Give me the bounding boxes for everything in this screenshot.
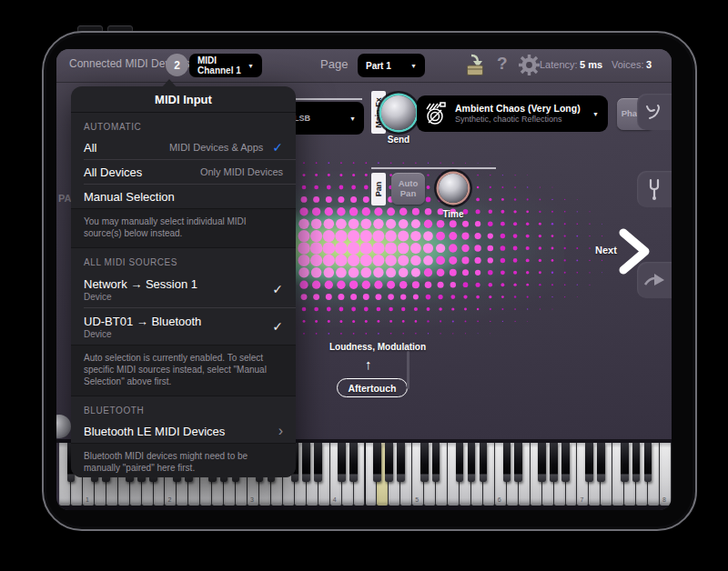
piano-key-black[interactable] [538,443,546,482]
help-button[interactable]: ? [497,54,508,74]
keyboard-bottom-strip [56,506,672,510]
send-knob[interactable] [381,95,416,130]
piano-key-black[interactable] [385,443,393,482]
checkmark-icon: ✓ [272,319,283,334]
octave-label: 1 [86,496,89,503]
octave-label: 8 [662,496,666,503]
send-knob-label: Send [377,135,420,145]
fx-preset-dropdown[interactable]: Ambient Chaos (Very Long) Synthetic, cha… [417,95,608,132]
aftertouch-target-label: Loudness, Modulation [318,342,437,352]
time-knob[interactable] [439,174,468,203]
automatic-help-text: You may manually select individual MIDI … [71,208,296,248]
octave-label: 3 [250,496,254,503]
menu-item-label: All [84,141,96,155]
chevron-right-icon: › [278,426,283,436]
tuning-panel-tab[interactable] [637,171,672,207]
checkmark-icon: ✓ [272,140,283,155]
checkmark-icon: ✓ [272,282,283,296]
menu-item-all[interactable]: All MIDI Devices & Apps ✓ [71,135,296,159]
yj-logo-icon [643,101,665,123]
piano-key-black[interactable] [585,443,593,482]
logo-panel-tab[interactable] [637,94,672,130]
piano-key-black[interactable] [349,443,358,482]
hidden-left-knob [56,415,71,438]
page-dropdown[interactable]: Part 1 ▼ [358,54,425,77]
menu-item-bluetooth-le-devices[interactable]: Bluetooth LE MIDI Devices › [71,419,296,443]
pan-label: Pan [374,182,383,197]
aftertouch-pill: Aftertouch [337,378,408,397]
hidden-lsb-label: LSB [294,114,310,123]
voices-value: 3 [646,59,652,70]
piano-key-black[interactable] [456,443,464,482]
auto-pan-button[interactable]: Auto Pan [391,173,425,205]
next-chevron-button[interactable] [617,228,653,275]
app-screen: LSB ▼ PA Connected MIDI Devices: 2 MIDI … [56,49,672,510]
chevron-down-icon: ▼ [248,63,254,69]
piano-key-black[interactable] [632,443,641,482]
page-label: Page [320,57,348,71]
chevron-down-icon: ▼ [410,63,417,69]
chevron-down-icon: ▼ [592,111,599,117]
midi-channel-value: MIDI Channel 1 [197,55,242,75]
hidden-divider-line [289,98,362,100]
bluetooth-help-text: Bluetooth MIDI devices might need to be … [71,443,296,477]
connected-midi-devices-badge[interactable]: 2 [166,54,188,76]
latency-label: Latency: [540,59,578,70]
top-toolbar: Connected MIDI Devices: 2 MIDI Channel 1… [56,49,672,82]
piano-key-black[interactable] [480,443,488,482]
menu-item-detail: MIDI Devices & Apps [169,142,263,153]
piano-key-black[interactable] [338,443,346,482]
section-header-all-midi-sources: ALL MIDI SOURCES [71,248,296,271]
piano-key-black[interactable] [561,443,570,482]
import-preset-icon[interactable] [465,54,486,77]
pan-divider-line [371,167,496,169]
piano-key-black[interactable] [621,443,629,482]
menu-item-manual-selection[interactable]: Manual Selection [71,185,296,208]
aftertouch-slider[interactable] [407,351,410,389]
section-header-automatic: AUTOMATIC [71,113,296,135]
page-value: Part 1 [366,61,391,71]
octave-label: 5 [415,496,419,503]
piano-key-black[interactable] [550,443,558,482]
time-knob-label: Time [431,209,475,219]
midi-input-popup: MIDI Input AUTOMATIC All MIDI Devices & … [71,86,296,477]
menu-item-network-session[interactable]: Network → Session 1 Device ✓ [71,271,296,307]
menu-item-detail: Only MIDI Devices [200,166,283,177]
popup-title: MIDI Input [71,86,296,113]
hidden-lsb-dropdown[interactable]: LSB ▼ [286,102,364,135]
octave-label: 7 [580,496,583,503]
piano-key-black[interactable] [514,443,522,482]
fx-preset-subtitle: Synthetic, chaotic Reflections [455,115,581,125]
menu-item-label: Network → Session 1 [84,277,197,291]
hidden-left-fragment: PA [58,193,71,204]
menu-item-label: Manual Selection [84,190,175,204]
sources-help-text: Auto selection is currently enabled. To … [71,345,296,396]
menu-item-udbt01-bluetooth[interactable]: UD-BT01 → Bluetooth Device ✓ [71,308,296,345]
octave-label: 4 [333,496,337,503]
octave-label: 6 [498,496,501,503]
piano-key-white[interactable]: 8 [660,443,672,506]
latency-value: 5 ms [580,59,602,70]
piano-key-black[interactable] [397,443,405,482]
piano-key-black[interactable] [373,443,381,482]
arrow-up-icon: ↑ [365,356,372,372]
chaos-scribble-icon [422,100,450,127]
tablet-frame: LSB ▼ PA Connected MIDI Devices: 2 MIDI … [42,31,697,531]
piano-key-black[interactable] [314,443,322,482]
next-label: Next [595,245,617,255]
piano-key-black[interactable] [420,443,429,482]
piano-key-black[interactable] [468,443,476,482]
menu-item-sublabel: Device [84,329,201,339]
piano-key-black[interactable] [644,443,652,482]
piano-key-black[interactable] [302,443,310,482]
settings-gear-icon[interactable] [517,53,541,77]
menu-item-all-devices[interactable]: All Devices Only MIDI Devices [71,160,296,184]
piano-key-black[interactable] [432,443,440,482]
tuning-fork-icon [644,177,664,201]
piano-key-black[interactable] [503,443,511,482]
voices-label: Voices: [612,59,643,70]
chevron-down-icon: ▼ [349,115,356,122]
piano-key-black[interactable] [597,443,605,482]
menu-item-sublabel: Device [84,292,197,302]
midi-channel-dropdown[interactable]: MIDI Channel 1 ▼ [189,54,262,77]
